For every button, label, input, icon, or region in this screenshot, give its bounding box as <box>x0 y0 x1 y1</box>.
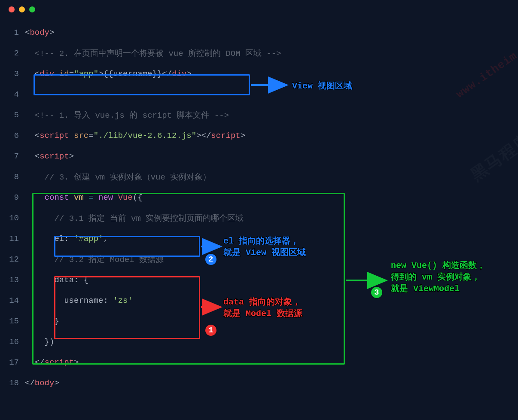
code-content: // 3.2 指定 Model 数据源 <box>25 254 164 265</box>
code-line: 8 // 3. 创建 vm 实例对象（vue 实例对象） <box>0 167 518 187</box>
line-number: 16 <box>0 337 25 347</box>
code-content: } <box>25 317 59 326</box>
line-number: 4 <box>0 90 25 99</box>
code-content: </body> <box>25 378 59 388</box>
line-number: 2 <box>0 49 25 58</box>
code-line: 2 <!-- 2. 在页面中声明一个将要被 vue 所控制的 DOM 区域 --… <box>0 43 518 64</box>
line-number: 14 <box>0 296 25 305</box>
line-number: 6 <box>0 131 25 140</box>
annotation-viewmodel: new Vue() 构造函数，得到的 vm 实例对象，就是 ViewModel <box>391 260 485 295</box>
line-number: 5 <box>0 110 25 120</box>
close-icon[interactable] <box>9 6 15 12</box>
line-number: 8 <box>0 172 25 182</box>
code-line: 10 // 3.1 指定 当前 vm 实例要控制页面的哪个区域 <box>0 208 518 228</box>
code-line: 4 <box>0 84 518 105</box>
code-content: }) <box>25 337 54 347</box>
minimize-icon[interactable] <box>19 6 25 12</box>
code-content: data: { <box>25 275 88 285</box>
code-line: 17 </script> <box>0 352 518 373</box>
code-content: <script src="./lib/vue-2.6.12.js"></scri… <box>25 131 245 140</box>
badge-3: 3 <box>370 286 383 299</box>
code-editor: 1<body>2 <!-- 2. 在页面中声明一个将要被 vue 所控制的 DO… <box>0 19 518 393</box>
line-number: 18 <box>0 378 25 388</box>
line-number: 17 <box>0 358 25 367</box>
code-content: // 3.1 指定 当前 vm 实例要控制页面的哪个区域 <box>25 213 244 224</box>
line-number: 9 <box>0 193 25 202</box>
code-line: 1<body> <box>0 22 518 43</box>
line-number: 7 <box>0 152 25 161</box>
code-line: 5 <!-- 1. 导入 vue.js 的 script 脚本文件 --> <box>0 105 518 125</box>
line-number: 1 <box>0 28 25 37</box>
code-content: </script> <box>25 358 79 367</box>
line-number: 15 <box>0 317 25 326</box>
code-content: <body> <box>25 28 54 37</box>
code-line: 3 <div id="app">{{username}}</div> <box>0 64 518 84</box>
code-content: <script> <box>25 152 74 161</box>
line-number: 3 <box>0 69 25 79</box>
line-number: 11 <box>0 234 25 243</box>
badge-1: 1 <box>204 324 217 337</box>
zoom-icon[interactable] <box>29 6 35 12</box>
code-line: 7 <script> <box>0 146 518 167</box>
titlebar <box>0 0 518 19</box>
code-line: 6 <script src="./lib/vue-2.6.12.js"></sc… <box>0 125 518 146</box>
code-content: <!-- 2. 在页面中声明一个将要被 vue 所控制的 DOM 区域 --> <box>25 48 281 59</box>
annotation-view: View 视图区域 <box>292 80 352 92</box>
code-line: 9 const vm = new Vue({ <box>0 187 518 208</box>
line-number: 10 <box>0 213 25 223</box>
code-content: // 3. 创建 vm 实例对象（vue 实例对象） <box>25 171 211 183</box>
code-content: <!-- 1. 导入 vue.js 的 script 脚本文件 --> <box>25 110 229 121</box>
line-number: 12 <box>0 255 25 264</box>
code-content: el: '#app', <box>25 234 108 243</box>
code-line: 16 }) <box>0 332 518 352</box>
annotation-el: el 指向的选择器，就是 View 视图区域 <box>223 235 306 259</box>
code-line: 18</body> <box>0 373 518 393</box>
annotation-data: data 指向的对象，就是 Model 数据源 <box>223 296 302 320</box>
code-content: <div id="app">{{username}}</div> <box>25 69 192 79</box>
code-content: const vm = new Vue({ <box>25 193 143 202</box>
code-content: username: 'zs' <box>25 296 133 305</box>
badge-2: 2 <box>204 253 217 266</box>
line-number: 13 <box>0 275 25 285</box>
